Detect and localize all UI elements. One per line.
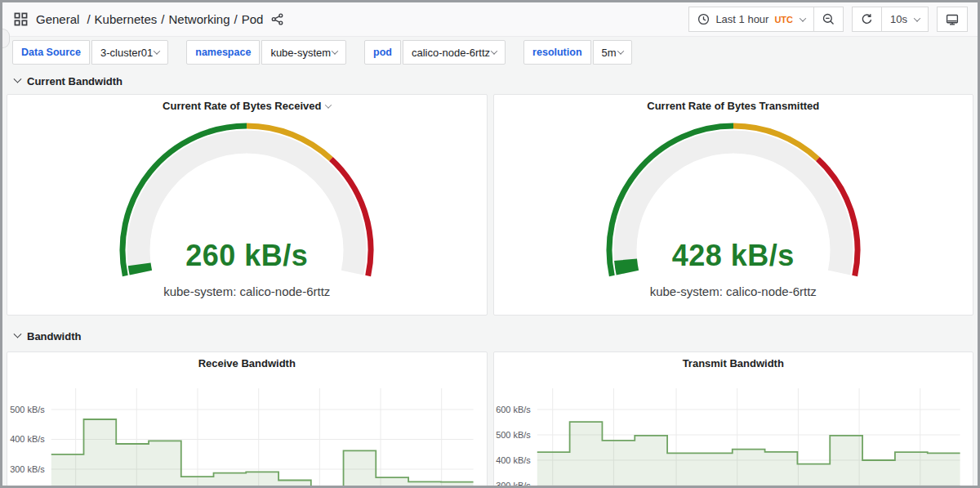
variable-pod-select[interactable]: calico-node-6rttz (403, 40, 506, 65)
chevron-down-icon (491, 47, 497, 54)
section-title: Current Bandwidth (27, 75, 122, 87)
variable-datasource-select[interactable]: 3-cluster01 (91, 40, 168, 65)
variable-namespace-select[interactable]: kube-system (261, 40, 346, 65)
svg-text:500 kB/s: 500 kB/s (496, 430, 531, 440)
transmit-bandwidth-chart[interactable]: 600 kB/s500 kB/s400 kB/s300 kB/s200 kB/s (494, 374, 973, 488)
chevron-down-icon (154, 47, 160, 54)
refresh-button[interactable] (852, 7, 882, 32)
breadcrumb: General / Kubernetes / Networking / Pod (36, 12, 263, 26)
gauge-series-label: kube-system: calico-node-6rttz (7, 284, 487, 298)
svg-text:400 kB/s: 400 kB/s (10, 434, 45, 444)
variable-label: namespace (186, 40, 260, 65)
panel-receive-bandwidth: Receive Bandwidth 500 kB/s400 kB/s300 kB… (7, 351, 488, 488)
variables-row: Data Source 3-cluster01 namespace kube-s… (2, 37, 978, 67)
chevron-down-icon (617, 47, 623, 54)
time-range-picker[interactable]: Last 1 hour UTC (688, 7, 814, 32)
time-range-label: Last 1 hour (715, 13, 768, 25)
panel-transmit-bandwidth: Transmit Bandwidth 600 kB/s500 kB/s400 k… (493, 351, 974, 488)
timezone-label: UTC (774, 15, 793, 25)
chevron-down-icon (14, 74, 22, 83)
refresh-interval-label: 10s (890, 13, 907, 25)
section-current-bandwidth[interactable]: Current Bandwidth (7, 72, 973, 90)
svg-text:300 kB/s: 300 kB/s (496, 481, 531, 488)
navbar: General / Kubernetes / Networking / Pod (2, 2, 978, 37)
kiosk-mode-button[interactable] (937, 7, 968, 32)
chevron-down-icon (14, 329, 22, 338)
app-window: General / Kubernetes / Networking / Pod (0, 0, 980, 488)
breadcrumb-separator: / (161, 12, 164, 26)
breadcrumb-item[interactable]: Networking (168, 12, 229, 26)
breadcrumb-item[interactable]: Kubernetes (95, 12, 158, 26)
panel-title[interactable]: Receive Bandwidth (7, 352, 487, 374)
svg-text:600 kB/s: 600 kB/s (496, 405, 531, 414)
chevron-down-icon (332, 47, 338, 54)
panel-bytes-received: Current Rate of Bytes Received 260 kB/s … (7, 94, 488, 316)
variable-datasource: Data Source 3-cluster01 (12, 40, 168, 65)
svg-text:500 kB/s: 500 kB/s (10, 405, 45, 414)
variable-resolution: resolution 5m (523, 40, 631, 65)
breadcrumb-separator: / (87, 12, 90, 26)
chevron-down-icon (800, 15, 806, 21)
zoom-out-button[interactable] (814, 7, 844, 32)
section-bandwidth[interactable]: Bandwidth (7, 327, 973, 345)
breadcrumb-folder[interactable]: General (36, 12, 79, 26)
receive-bandwidth-chart[interactable]: 500 kB/s400 kB/s300 kB/s200 kB/s (7, 374, 487, 488)
panel-bytes-transmitted: Current Rate of Bytes Transmitted 428 kB… (493, 94, 974, 316)
section-title: Bandwidth (27, 330, 81, 342)
monitor-icon (946, 13, 959, 26)
variable-resolution-select[interactable]: 5m (593, 40, 632, 65)
panel-title[interactable]: Transmit Bandwidth (494, 352, 973, 374)
chart-row: Receive Bandwidth 500 kB/s400 kB/s300 kB… (7, 351, 973, 488)
dashboard: Current Bandwidth Current Rate of Bytes … (2, 72, 978, 488)
svg-text:400 kB/s: 400 kB/s (496, 455, 531, 465)
clock-icon (697, 13, 710, 25)
breadcrumb-item[interactable]: Pod (242, 12, 264, 26)
chevron-down-icon (914, 15, 920, 21)
refresh-interval-picker[interactable]: 10s (882, 7, 929, 32)
breadcrumb-separator: / (234, 12, 237, 26)
gauge-value: 260 kB/s (7, 239, 487, 273)
variable-label: pod (364, 40, 401, 65)
gauge-series-label: kube-system: calico-node-6rttz (494, 284, 973, 298)
variable-label: resolution (523, 40, 590, 65)
chevron-down-icon (325, 101, 332, 108)
variable-pod: pod calico-node-6rttz (364, 40, 506, 65)
variable-namespace: namespace kube-system (186, 40, 346, 65)
gauge-value: 428 kB/s (494, 239, 973, 273)
share-icon[interactable] (271, 13, 283, 25)
apps-icon[interactable] (14, 12, 28, 26)
svg-text:300 kB/s: 300 kB/s (10, 464, 45, 474)
gauge-row: Current Rate of Bytes Received 260 kB/s … (7, 94, 973, 316)
variable-label: Data Source (12, 40, 90, 65)
